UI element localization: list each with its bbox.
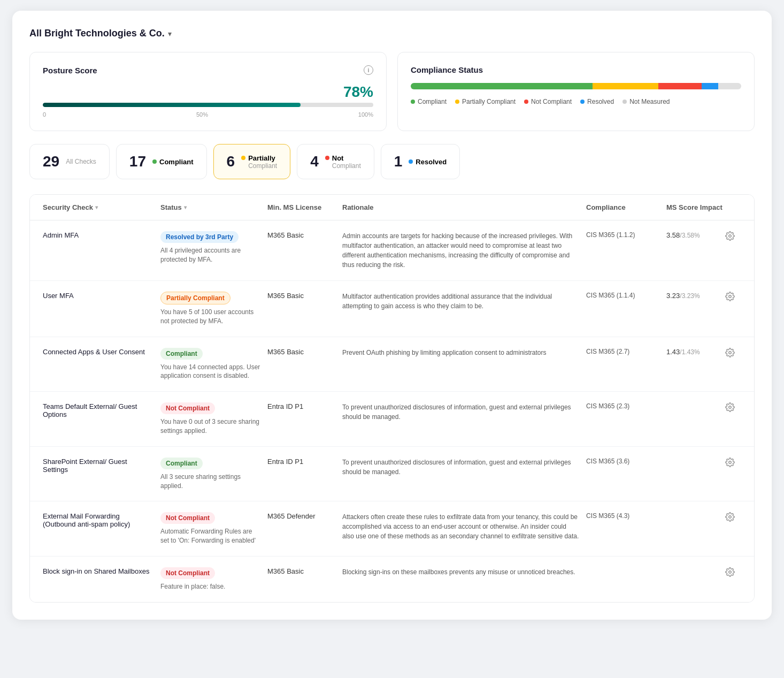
compliance-status-label: Compliance Status [411, 65, 483, 74]
gear-button-connected-apps[interactable] [725, 348, 735, 357]
progress-track [43, 103, 373, 107]
status-desc-mail-forwarding: Automatic Forwarding Rules are set to 'O… [160, 527, 261, 545]
svg-point-4 [729, 461, 732, 464]
status-cell-teams-guest: Not Compliant You have 0 out of 3 secure… [160, 402, 267, 436]
header-status[interactable]: Status ▾ [160, 203, 267, 211]
table-row: SharePoint External/ Guest Settings Comp… [30, 447, 754, 502]
page-container: All Bright Technologies & Co. ▾ Posture … [12, 11, 772, 620]
compliance-connected-apps: CIS M365 (2.7) [586, 348, 666, 355]
rationale-sharepoint-guest: To prevent unauthorized disclosures of i… [342, 458, 586, 477]
license-mail-forwarding: M365 Defender [267, 512, 342, 520]
stat-not-compliant-label: Not [332, 154, 344, 162]
stat-all-checks[interactable]: 29 All Checks [29, 144, 110, 179]
info-icon[interactable]: i [364, 65, 373, 75]
progress-labels: 0 50% 100% [43, 111, 373, 118]
legend-dot-not-measured [622, 100, 627, 104]
license-sharepoint-guest: Entra ID P1 [267, 458, 342, 466]
progress-label-0: 0 [43, 111, 46, 118]
header-ms-score: MS Score Impact [666, 203, 741, 211]
stat-partial-number: 6 [227, 153, 235, 170]
score-connected-apps: 1.43/1.43% [666, 348, 741, 357]
license-user-mfa: M365 Basic [267, 292, 342, 300]
score-shared-mailbox [666, 567, 741, 577]
status-desc-shared-mailbox: Feature in place: false. [160, 582, 261, 591]
gear-button-shared-mailbox[interactable] [725, 567, 735, 577]
stats-row: 29 All Checks 17 Compliant 6 Partially [29, 144, 755, 179]
stat-resolved-number: 1 [394, 153, 403, 170]
dot-red [325, 156, 329, 160]
table-row: Connected Apps & User Consent Compliant … [30, 337, 754, 392]
progress-label-100: 100% [358, 111, 373, 118]
check-name-connected-apps: Connected Apps & User Consent [43, 348, 160, 356]
gear-button-sharepoint-guest[interactable] [725, 458, 735, 467]
gear-button-user-mfa[interactable] [725, 292, 735, 301]
score-sharepoint-guest [666, 458, 741, 467]
status-desc-teams-guest: You have 0 out of 3 secure sharing setti… [160, 417, 261, 436]
table-row: External Mail Forwarding (Outbound anti-… [30, 501, 754, 557]
legend-dot-resolved [580, 100, 585, 104]
rationale-mail-forwarding: Attackers often create these rules to ex… [342, 512, 586, 541]
stat-not-compliant[interactable]: 4 Not Compliant [297, 144, 374, 179]
stat-partial-sublabel: Compliant [248, 162, 277, 170]
compliance-mail-forwarding: CIS M365 (4.3) [586, 512, 666, 520]
check-name-user-mfa: User MFA [43, 292, 160, 300]
gear-button-admin-mfa[interactable] [725, 231, 735, 241]
company-selector[interactable]: All Bright Technologies & Co. ▾ [29, 28, 755, 39]
svg-point-6 [729, 571, 732, 574]
svg-point-3 [729, 406, 732, 409]
stat-partial[interactable]: 6 Partially Compliant [213, 144, 291, 179]
score-mail-forwarding [666, 512, 741, 522]
badge-resolved-admin-mfa: Resolved by 3rd Party [160, 231, 239, 243]
stat-resolved-label: Resolved [416, 158, 447, 166]
gear-button-teams-guest[interactable] [725, 402, 735, 412]
rationale-connected-apps: Prevent OAuth phishing by limiting appli… [342, 348, 586, 357]
posture-score-label: Posture Score [43, 66, 97, 75]
table-row: User MFA Partially Compliant You have 5 … [30, 281, 754, 337]
progress-fill [43, 103, 301, 107]
license-admin-mfa: M365 Basic [267, 231, 342, 239]
svg-point-1 [729, 295, 732, 298]
sort-icon-status: ▾ [184, 204, 187, 210]
check-name-sharepoint-guest: SharePoint External/ Guest Settings [43, 458, 160, 474]
check-name-shared-mailbox: Block sign-in on Shared Mailboxes [43, 567, 160, 575]
main-table-card: Security Check ▾ Status ▾ Min. MS Licens… [29, 194, 755, 603]
chevron-down-icon: ▾ [168, 29, 172, 38]
compliance-teams-guest: CIS M365 (2.3) [586, 402, 666, 410]
stat-resolved[interactable]: 1 Resolved [381, 144, 460, 179]
compliance-sharepoint-guest: CIS M365 (3.6) [586, 458, 666, 465]
check-name-teams-guest: Teams Default External/ Guest Options [43, 402, 160, 418]
table-row: Admin MFA Resolved by 3rd Party All 4 pr… [30, 220, 754, 281]
badge-compliant-sharepoint-guest: Compliant [160, 458, 203, 469]
status-cell-user-mfa: Partially Compliant You have 5 of 100 us… [160, 292, 267, 326]
status-cell-mail-forwarding: Not Compliant Automatic Forwarding Rules… [160, 512, 267, 545]
score-admin-mfa: 3.58/3.58% [666, 231, 741, 241]
compliance-legend: Compliant Partially Compliant Not Compli… [411, 98, 741, 105]
posture-score-card: Posture Score i 78% 0 50% 100% [29, 52, 387, 131]
dot-yellow [241, 156, 245, 160]
progress-label-50: 50% [196, 111, 208, 118]
stat-all-checks-number: 29 [43, 153, 59, 170]
legend-dot-partial [455, 100, 459, 104]
status-desc-user-mfa: You have 5 of 100 user accounts not prot… [160, 308, 261, 326]
stat-all-checks-label: All Checks [66, 158, 96, 165]
header-rationale: Rationale [342, 203, 586, 211]
table-row: Teams Default External/ Guest Options No… [30, 392, 754, 447]
stat-compliant[interactable]: 17 Compliant [116, 144, 207, 179]
status-cell-sharepoint-guest: Compliant All 3 secure sharing settings … [160, 458, 267, 491]
table-header: Security Check ▾ Status ▾ Min. MS Licens… [30, 195, 754, 220]
badge-not-compliant-teams-guest: Not Compliant [160, 402, 215, 414]
score-user-mfa: 3.23/3.23% [666, 292, 741, 301]
svg-point-5 [729, 516, 732, 519]
stat-not-compliant-sublabel: Compliant [332, 162, 361, 170]
legend-compliant: Compliant [411, 98, 447, 105]
license-connected-apps: M365 Basic [267, 348, 342, 356]
legend-dot-not-compliant [524, 100, 528, 104]
badge-not-compliant-mail-forwarding: Not Compliant [160, 512, 215, 524]
svg-point-2 [729, 351, 732, 354]
status-cell-shared-mailbox: Not Compliant Feature in place: false. [160, 567, 267, 591]
status-cell-admin-mfa: Resolved by 3rd Party All 4 privileged a… [160, 231, 267, 264]
legend-not-compliant: Not Compliant [524, 98, 572, 105]
status-desc-sharepoint-guest: All 3 secure sharing settings applied. [160, 473, 261, 491]
header-security-check[interactable]: Security Check ▾ [43, 203, 160, 211]
gear-button-mail-forwarding[interactable] [725, 512, 735, 522]
